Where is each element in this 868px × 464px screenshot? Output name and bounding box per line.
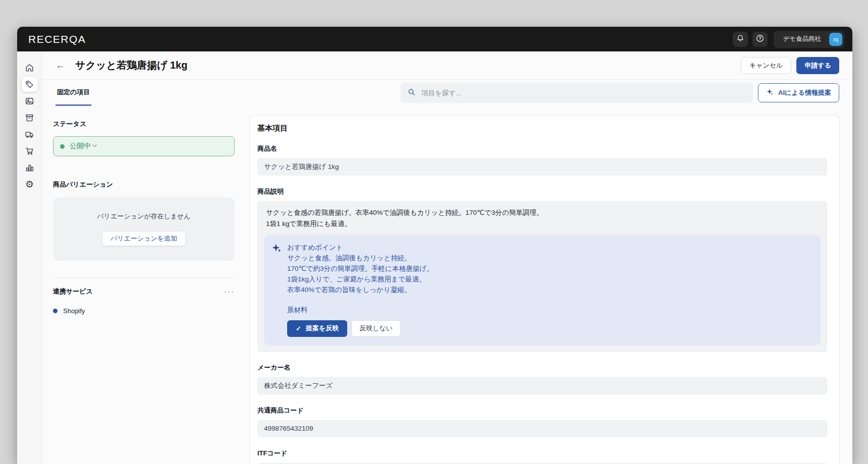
description-label: 商品説明: [257, 187, 827, 196]
search-input[interactable]: [421, 89, 746, 97]
check-icon: ✓: [296, 325, 301, 332]
top-bar: RECERQA デモ食品商社 rq: [17, 27, 852, 51]
add-variation-button[interactable]: バリエーションを追加: [102, 231, 186, 246]
sidebar-item-settings[interactable]: ⚙: [22, 177, 38, 192]
ai-suggestion-title: おすすめポイント: [287, 243, 811, 253]
service-status-dot-icon: [53, 309, 58, 313]
search-icon: [407, 88, 416, 98]
ai-suggestion-panel: おすすめポイント サクッと食感。油調後もカリッと持続。 170℃で約3分の簡単調…: [264, 235, 821, 345]
bar-chart-icon: [25, 163, 34, 172]
bell-icon: [736, 34, 745, 44]
description-line: サクッと食感の若鶏唐揚げ。衣率40%で油調後もカリッと持続。170℃で3分の簡単…: [264, 207, 821, 218]
maker-name-input[interactable]: [257, 377, 827, 394]
tab-fixed-items[interactable]: 固定の項目: [56, 80, 91, 106]
product-name-input[interactable]: [257, 158, 827, 176]
sparkle-icon: [272, 243, 282, 337]
ai-suggestion-line: 1袋1kg入りで、ご家庭から業務用まで最適。: [287, 274, 811, 285]
status-dot-icon: [60, 144, 65, 149]
app-logo: RECERQA: [28, 33, 86, 45]
ai-suggestion-line: サクッと食感。油調後もカリッと持続。: [287, 253, 811, 264]
product-name-label: 商品名: [257, 144, 827, 153]
left-panel: ステータス 公開中 商品バリエーション バリエーションが存在しません バリエーシ…: [42, 106, 235, 464]
archive-box-icon: [25, 113, 34, 123]
sidebar-item-orders[interactable]: [22, 143, 38, 158]
company-name: デモ食品商社: [783, 35, 821, 43]
form-card: 基本項目 商品名 商品説明 サクッと食感の若鶏唐揚げ。衣率40%で油調後もカリッ…: [249, 115, 840, 464]
reject-suggestion-button[interactable]: 反映しない: [351, 320, 401, 337]
notifications-button[interactable]: [733, 32, 748, 47]
variation-empty-box: バリエーションが存在しません バリエーションを追加: [53, 197, 235, 261]
field-search[interactable]: [401, 83, 753, 103]
truck-icon: [25, 130, 34, 139]
status-value: 公開中: [70, 142, 91, 151]
status-label: ステータス: [53, 120, 235, 129]
image-icon: [25, 96, 34, 106]
description-line: 1袋1 kgで業務用にも最適。: [264, 218, 821, 229]
ai-suggest-button[interactable]: AIによる情報提案: [758, 83, 839, 102]
maker-name-label: メーカー名: [257, 363, 827, 372]
ai-suggestion-line: 衣率40%で若鶏の旨味をしっかり凝縮。: [287, 285, 811, 296]
status-select[interactable]: 公開中: [53, 136, 235, 156]
help-button[interactable]: [752, 32, 768, 47]
sparkle-icon: [766, 88, 774, 97]
services-label: 連携サービス: [53, 287, 93, 296]
app-window: RECERQA デモ食品商社 rq: [17, 27, 852, 464]
apply-suggestion-button[interactable]: ✓ 提案を反映: [287, 320, 347, 337]
question-icon: [755, 34, 765, 44]
topbar-actions: デモ食品商社 rq: [728, 31, 844, 48]
page-title: サクッと若鶏唐揚げ 1kg: [75, 59, 187, 72]
page-header: ← サクッと若鶏唐揚げ 1kg キャンセル 申請する: [42, 51, 852, 80]
submit-button[interactable]: 申請する: [796, 57, 839, 74]
avatar: rq: [829, 33, 842, 46]
back-button[interactable]: ←: [56, 60, 65, 71]
ai-suggestion-line: 170℃で約3分の簡単調理。手軽に本格唐揚げ。: [287, 264, 811, 274]
section-title: 基本項目: [257, 124, 827, 133]
account-menu[interactable]: デモ食品商社 rq: [774, 31, 844, 48]
home-icon: [25, 63, 34, 73]
sidebar-rail: ⚙: [17, 51, 42, 464]
chevron-down-icon: [91, 142, 98, 151]
common-code-input[interactable]: [257, 420, 827, 437]
services-overflow-menu[interactable]: ···: [224, 289, 235, 294]
cart-icon: [25, 146, 34, 156]
ingredients-link[interactable]: 原材料: [287, 306, 308, 315]
variation-label: 商品バリエーション: [53, 180, 235, 189]
tag-icon: [25, 80, 34, 89]
sidebar-item-inventory[interactable]: [22, 110, 38, 125]
common-code-label: 共通商品コード: [257, 406, 827, 415]
cancel-button[interactable]: キャンセル: [741, 57, 792, 74]
sidebar-item-home[interactable]: [22, 60, 38, 75]
variation-empty-text: バリエーションが存在しません: [97, 212, 190, 221]
sidebar-item-shipping[interactable]: [22, 127, 38, 142]
description-editor[interactable]: サクッと食感の若鶏唐揚げ。衣率40%で油調後もカリッと持続。170℃で3分の簡単…: [257, 201, 827, 352]
sidebar-item-products[interactable]: [22, 77, 38, 92]
itf-code-label: ITFコード: [257, 449, 827, 458]
gear-icon: ⚙: [25, 180, 34, 189]
toolbar: 固定の項目 AIによる情報提案: [42, 80, 852, 106]
services-section: 連携サービス ··· Shopify: [53, 278, 235, 315]
sidebar-item-analytics[interactable]: [22, 160, 38, 175]
sidebar-item-media[interactable]: [22, 93, 38, 108]
service-shopify[interactable]: Shopify: [53, 307, 235, 315]
